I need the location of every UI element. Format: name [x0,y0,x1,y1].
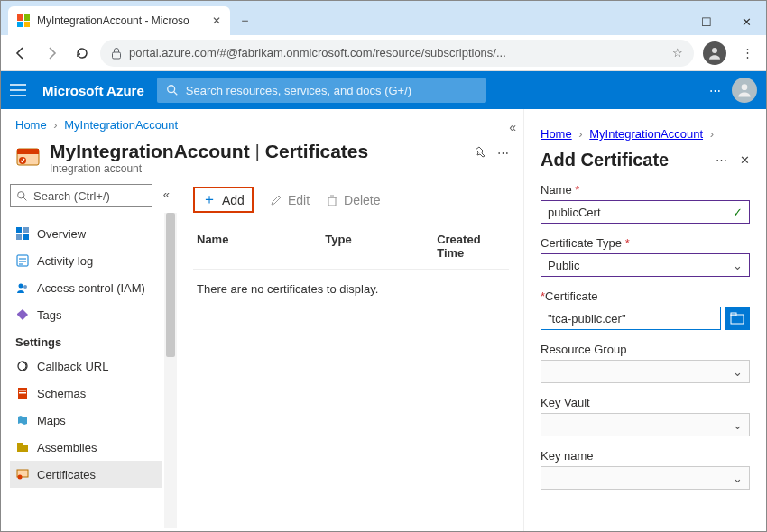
panel-more-icon[interactable]: ⋯ [716,153,727,167]
breadcrumb: Home › MyIntegrationAccount [1,109,523,137]
add-button[interactable]: ＋ Add [193,187,254,213]
bookmark-icon[interactable]: ☆ [672,46,683,60]
resource-title: MyIntegrationAccount | Certificates [50,141,368,162]
resource-group-select[interactable]: ⌄ [541,360,750,383]
new-tab-button[interactable]: ＋ [230,6,259,35]
global-search[interactable]: Search resources, services, and docs (G+… [157,78,486,103]
browser-tab[interactable]: MyIntegrationAccount - Microso ✕ [8,6,230,35]
azure-brand[interactable]: Microsoft Azure [42,83,144,98]
panel-breadcrumb-home[interactable]: Home [541,127,572,141]
key-name-select[interactable]: ⌄ [541,466,750,490]
integration-account-icon [15,144,41,170]
key-vault-select[interactable]: ⌄ [541,413,750,436]
command-bar: ＋ Add Edit Delete [193,184,509,216]
sidebar-item-maps[interactable]: Maps [10,407,162,434]
reload-button[interactable] [69,41,95,66]
panel-breadcrumb: Home › MyIntegrationAccount › [541,118,750,146]
collapse-sidebar-icon[interactable]: « [163,188,170,201]
activity-log-icon [15,253,30,268]
address-bar[interactable]: portal.azure.com/#@fabrikam.onmicrosoft.… [100,40,694,67]
certificates-icon [15,467,30,482]
svg-point-24 [18,475,23,480]
certificate-type-select[interactable]: Public ⌄ [541,253,750,277]
name-input[interactable]: publicCert ✓ [541,200,750,224]
resource-header: MyIntegrationAccount | Certificates Inte… [1,137,523,180]
empty-message: There are no certificates to display. [193,270,509,308]
folder-icon [730,312,744,325]
tab-close-icon[interactable]: ✕ [212,14,221,27]
more-icon[interactable]: ⋯ [497,146,509,161]
panel-close-icon[interactable]: ✕ [740,153,750,167]
maps-icon [15,413,30,427]
pin-icon[interactable] [474,146,488,161]
col-name: Name [197,233,280,260]
forward-button[interactable] [39,41,64,66]
browser-menu-icon[interactable]: ⋮ [735,46,759,60]
portal-menu-icon[interactable] [10,80,30,100]
sidebar-item-access-control[interactable]: Access control (IAM) [10,274,162,301]
sidebar-item-activity-log[interactable]: Activity log [10,247,162,274]
svg-rect-11 [23,227,29,233]
minimize-icon[interactable]: ― [647,8,687,35]
sidebar-item-overview[interactable]: Overview [10,220,162,247]
schemas-icon [15,386,30,400]
sidebar-item-certificates[interactable]: Certificates [10,461,162,488]
account-avatar[interactable] [732,78,757,103]
breadcrumb-resource[interactable]: MyIntegrationAccount [64,118,178,132]
lock-icon [111,47,122,60]
svg-rect-25 [328,197,336,206]
search-icon [16,190,28,202]
sidebar-item-assemblies[interactable]: Assemblies [10,434,162,461]
profile-avatar[interactable] [703,41,726,65]
azure-header: Microsoft Azure Search resources, servic… [1,71,766,109]
valid-icon: ✓ [733,206,743,219]
edit-button[interactable]: Edit [270,193,310,207]
svg-rect-19 [19,390,26,391]
panel-title: Add Certificate [541,150,669,170]
panel-breadcrumb-resource[interactable]: MyIntegrationAccount [589,127,703,141]
svg-point-15 [19,284,23,289]
sidebar-search[interactable]: Search (Ctrl+/) [10,184,152,207]
ms-favicon [17,14,30,27]
more-actions-icon[interactable]: ⋯ [709,84,721,97]
breadcrumb-home[interactable]: Home [15,118,47,132]
svg-point-4 [742,84,748,90]
resource-subtitle: Integration account [50,162,368,175]
back-button[interactable] [8,41,33,66]
assemblies-icon [15,440,30,454]
collapse-blade-icon[interactable]: « [509,120,516,134]
browse-file-button[interactable] [725,307,750,330]
key-vault-label: Key Vault [541,396,750,409]
type-label: Certificate Type * [541,236,750,250]
delete-button[interactable]: Delete [326,193,380,207]
certificates-list: ＋ Add Edit Delete Name Type Created [177,180,523,528]
table-header: Name Type Created Time [193,216,509,270]
svg-rect-13 [23,234,29,240]
close-window-icon[interactable]: ✕ [726,8,766,35]
sidebar-search-placeholder: Search (Ctrl+/) [33,189,110,203]
sidebar-item-tags[interactable]: Tags [10,301,162,328]
chevron-down-icon: ⌄ [733,472,743,485]
sidebar-item-schemas[interactable]: Schemas [10,380,162,407]
portal-content: Home › MyIntegrationAccount « MyIntegrat… [1,109,766,532]
tab-title: MyIntegrationAccount - Microso [37,14,189,27]
certificate-file-input[interactable]: "tca-public.cer" [541,307,721,330]
browser-titlebar: MyIntegrationAccount - Microso ✕ ＋ ― ☐ ✕ [1,1,766,35]
certificate-label: *Certificate [541,289,750,303]
chevron-down-icon: ⌄ [733,259,743,272]
col-created: Created Time [437,233,505,260]
iam-icon [15,280,30,295]
url-text: portal.azure.com/#@fabrikam.onmicrosoft.… [129,46,506,60]
svg-rect-10 [16,227,22,233]
window-controls: ― ☐ ✕ [647,8,766,35]
sidebar-heading-settings: Settings [10,328,162,353]
search-placeholder: Search resources, services, and docs (G+… [186,84,411,97]
maximize-icon[interactable]: ☐ [687,8,726,35]
resource-blade: Home › MyIntegrationAccount « MyIntegrat… [1,109,524,532]
name-label: Name * [541,183,750,197]
sidebar-item-callback-url[interactable]: Callback URL [10,353,162,380]
chevron-down-icon: ⌄ [733,418,743,432]
svg-rect-12 [16,234,22,240]
sidebar-scrollbar[interactable] [164,213,177,528]
chevron-down-icon: ⌄ [733,365,743,379]
